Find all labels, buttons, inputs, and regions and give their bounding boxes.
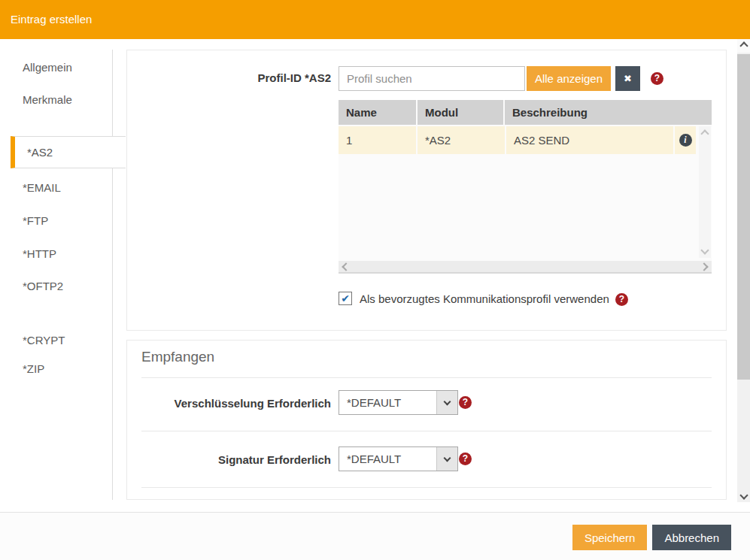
cell-name[interactable]: 1 bbox=[339, 126, 416, 154]
sidebar-item-crypt[interactable]: *CRYPT bbox=[23, 334, 65, 347]
table-body: 1 *AS2 AS2 SEND i bbox=[339, 125, 712, 261]
main-scroll-down-button[interactable] bbox=[737, 489, 750, 502]
dialog-title: Eintrag erstellen bbox=[11, 0, 92, 39]
scroll-left-icon[interactable] bbox=[342, 262, 350, 271]
chevron-down-icon bbox=[444, 454, 451, 462]
help-icon-signature[interactable]: ? bbox=[459, 453, 472, 465]
cell-info[interactable]: i bbox=[675, 126, 696, 154]
main-scrollbar-thumb[interactable] bbox=[737, 54, 750, 380]
cancel-button[interactable]: Abbrechen bbox=[652, 525, 731, 550]
scroll-down-icon[interactable] bbox=[700, 246, 709, 254]
cell-modul[interactable]: *AS2 bbox=[418, 126, 505, 154]
encryption-required-label: Verschlüsselung Erforderlich bbox=[127, 397, 331, 410]
sidebar-item-allgemein[interactable]: Allgemein bbox=[23, 61, 72, 74]
sidebar-item-merkmale[interactable]: Merkmale bbox=[23, 93, 72, 106]
column-header-modul[interactable]: Modul bbox=[418, 100, 505, 125]
main-scrollbar[interactable] bbox=[737, 39, 750, 502]
field-divider bbox=[141, 431, 712, 431]
sidebar-item-http[interactable]: *HTTP bbox=[23, 247, 56, 260]
encryption-required-value: *DEFAULT bbox=[347, 396, 401, 409]
save-button[interactable]: Speichern bbox=[572, 525, 648, 550]
profile-table: Name Modul Beschreibung 1 *AS2 AS2 SEND … bbox=[339, 100, 712, 274]
preferred-profile-checkbox[interactable]: ✔ bbox=[339, 292, 352, 305]
column-header-name[interactable]: Name bbox=[339, 100, 418, 125]
footer-buttons: Speichern Abbrechen bbox=[572, 525, 731, 550]
encryption-required-select[interactable]: *DEFAULT bbox=[339, 390, 458, 415]
section-divider bbox=[141, 377, 712, 378]
table-horizontal-scrollbar[interactable] bbox=[339, 261, 712, 272]
empfangen-panel: Empfangen Verschlüsselung Erforderlich *… bbox=[126, 340, 727, 500]
help-icon-profile[interactable]: ? bbox=[651, 72, 663, 85]
preferred-profile-checkbox-label[interactable]: Als bevorzugtes Kommunikationsprofil ver… bbox=[360, 292, 609, 305]
signature-required-label: Signatur Erforderlich bbox=[127, 453, 331, 466]
sidebar-item-as2[interactable]: *AS2 bbox=[11, 136, 126, 168]
help-icon-encryption[interactable]: ? bbox=[459, 396, 472, 409]
profile-id-label: Profil-ID *AS2 bbox=[127, 71, 331, 84]
clear-search-button[interactable]: ✖ bbox=[615, 66, 640, 91]
select-arrow[interactable] bbox=[436, 391, 457, 414]
signature-required-select[interactable]: *DEFAULT bbox=[339, 446, 458, 471]
sidebar-item-ftp[interactable]: *FTP bbox=[23, 214, 48, 227]
section-title-empfangen: Empfangen bbox=[141, 349, 214, 365]
sidebar-item-email[interactable]: *EMAIL bbox=[23, 181, 61, 194]
scroll-right-icon[interactable] bbox=[700, 262, 708, 271]
column-header-beschreibung[interactable]: Beschreibung bbox=[505, 100, 712, 125]
help-icon-preferred[interactable]: ? bbox=[615, 293, 628, 306]
show-all-button[interactable]: Alle anzeigen bbox=[527, 66, 611, 91]
main-scroll-up-button[interactable] bbox=[737, 39, 750, 53]
profile-search-input[interactable] bbox=[339, 66, 525, 91]
sidebar-divider bbox=[112, 50, 113, 500]
close-icon: ✖ bbox=[624, 73, 632, 84]
table-vertical-scrollbar[interactable] bbox=[699, 126, 711, 258]
chevron-down-icon bbox=[444, 398, 451, 405]
sidebar-item-oftp2[interactable]: *OFTP2 bbox=[23, 280, 63, 292]
select-arrow[interactable] bbox=[436, 447, 457, 471]
scroll-down-icon bbox=[739, 491, 748, 499]
dialog-header: Eintrag erstellen bbox=[0, 0, 750, 39]
table-header-row: Name Modul Beschreibung bbox=[339, 100, 712, 125]
scroll-up-icon bbox=[739, 41, 748, 50]
info-icon[interactable]: i bbox=[679, 134, 692, 147]
footer: Speichern Abbrechen bbox=[0, 513, 750, 560]
field-divider bbox=[141, 487, 712, 488]
scroll-up-icon[interactable] bbox=[700, 129, 709, 138]
cell-beschreibung[interactable]: AS2 SEND bbox=[506, 126, 673, 154]
profile-panel: Profil-ID *AS2 Alle anzeigen ✖ ? Name Mo… bbox=[126, 50, 727, 331]
signature-required-value: *DEFAULT bbox=[347, 453, 401, 465]
sidebar-item-zip[interactable]: *ZIP bbox=[23, 362, 44, 375]
checkmark-icon: ✔ bbox=[341, 292, 350, 304]
table-row[interactable]: 1 *AS2 AS2 SEND i bbox=[339, 126, 712, 154]
